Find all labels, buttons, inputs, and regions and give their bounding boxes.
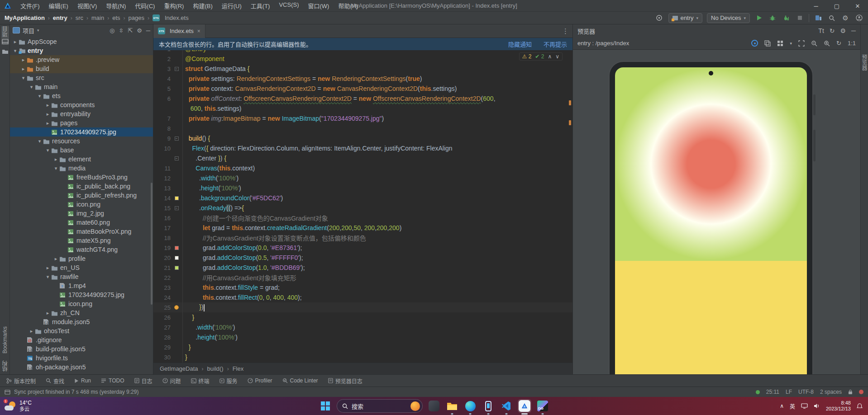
code-line-9[interactable]: 9− build() { bbox=[153, 133, 572, 143]
menu-item-4[interactable]: 代码(C) bbox=[131, 0, 159, 11]
clock-widget[interactable]: 8:48 2023/12/13 bbox=[826, 400, 851, 411]
tab-index-ets[interactable]: ETS Index.ets × bbox=[153, 24, 205, 38]
tool-window-button-日志[interactable]: 日志 bbox=[134, 377, 153, 385]
code-line-wrap[interactable]: − .Center }) { bbox=[153, 153, 572, 163]
warning-stripe-mark[interactable] bbox=[569, 100, 571, 105]
code-line-18[interactable]: 18 //为CanvasGradient对象设置渐变断点值，包括偏移和颜色 bbox=[153, 233, 572, 243]
fold-icon[interactable]: − bbox=[175, 137, 179, 141]
menu-item-9[interactable]: VCS(S) bbox=[275, 0, 303, 11]
stop-button[interactable] bbox=[795, 14, 804, 23]
tree-item-matebookprox-png[interactable]: mateBookProX.png bbox=[10, 227, 153, 236]
tree-item-en-us[interactable]: ▸en_US bbox=[10, 263, 153, 272]
tree-item--preview[interactable]: ▸.preview bbox=[10, 55, 153, 64]
tree-item-hvigorfile-ts[interactable]: TShvigorfile.ts bbox=[10, 354, 153, 363]
search-highlight-icon[interactable] bbox=[410, 401, 420, 411]
component-preview-icon[interactable] bbox=[751, 40, 758, 47]
intention-bulb-icon[interactable] bbox=[174, 305, 179, 310]
tree-item-media[interactable]: ▾media bbox=[10, 164, 153, 173]
tree-chevron-icon[interactable]: ▸ bbox=[44, 111, 51, 117]
code-line-30[interactable]: 30} bbox=[153, 352, 572, 362]
file-encoding[interactable]: UTF-8 bbox=[798, 389, 814, 395]
code-line-25[interactable]: 25 }) bbox=[153, 302, 572, 312]
target-device-icon[interactable] bbox=[655, 14, 664, 23]
previewer-settings-gear-icon[interactable]: ⚙ bbox=[840, 27, 846, 34]
tree-item-profile[interactable]: ▸profile bbox=[10, 254, 153, 263]
menu-item-8[interactable]: 工具(T) bbox=[247, 0, 274, 11]
health-indicator-icon[interactable] bbox=[756, 390, 760, 394]
breadcrumb-item-pages[interactable]: pages bbox=[129, 14, 144, 21]
color-swatch-icon[interactable] bbox=[175, 266, 179, 270]
code-editor[interactable]: 1@Entry2@Component3−struct GetImageData … bbox=[153, 50, 572, 363]
code-line-20[interactable]: 20 grad.addColorStop(0.5, '#FFFFF0'); bbox=[153, 253, 572, 263]
breadcrumb-item-ets[interactable]: ets bbox=[112, 14, 120, 21]
tree-item-icon-png[interactable]: icon.png bbox=[10, 200, 153, 209]
tree-chevron-icon[interactable]: ▾ bbox=[20, 75, 27, 81]
taskbar-app-vscode[interactable] bbox=[500, 399, 513, 413]
code-line-22[interactable]: 22 //用CanvasGradient对象填充矩形 bbox=[153, 273, 572, 283]
tree-item-1702344909275-jpg[interactable]: 1702344909275.jpg bbox=[10, 127, 153, 137]
fold-icon[interactable]: − bbox=[175, 206, 179, 210]
tree-chevron-icon[interactable]: ▸ bbox=[44, 102, 51, 108]
tree-item-1-mp4[interactable]: ?1.mp4 bbox=[10, 281, 153, 290]
zoom-out-icon[interactable] bbox=[811, 40, 817, 47]
code-line-24[interactable]: 24 this.context.fillRect(0, 0, 400, 400)… bbox=[153, 292, 572, 302]
locate-file-icon[interactable]: ◎ bbox=[110, 27, 114, 34]
code-line-23[interactable]: 23 this.context.fillStyle = grad; bbox=[153, 283, 572, 292]
hide-notification-link[interactable]: 隐藏通知 bbox=[508, 40, 532, 48]
code-line-6[interactable]: 6 private offContext: OffscreenCanvasRen… bbox=[153, 94, 572, 104]
color-swatch-icon[interactable] bbox=[175, 256, 179, 260]
tree-item-ic-public-back-png[interactable]: ic_public_back.png bbox=[10, 182, 153, 191]
folder-tool-icon[interactable] bbox=[2, 48, 9, 54]
tree-item-element[interactable]: ▸element bbox=[10, 155, 153, 164]
tree-chevron-icon[interactable]: ▾ bbox=[36, 93, 43, 99]
hide-panel-icon[interactable]: ─ bbox=[146, 27, 150, 34]
code-line-2[interactable]: 2@Component bbox=[153, 54, 572, 64]
fold-icon[interactable]: − bbox=[175, 67, 179, 71]
inspections-widget[interactable]: ⚠ 2 ✔ 2 ∧ ∨ bbox=[519, 52, 563, 61]
taskbar-app-widgets[interactable] bbox=[427, 399, 441, 413]
code-line-10[interactable]: 10 Flex({ direction: FlexDirection.Colum… bbox=[153, 143, 572, 153]
editor-breadcrumb-item[interactable]: GetImageData bbox=[160, 365, 198, 372]
device-selector[interactable]: No Devices ▾ bbox=[707, 13, 750, 23]
code-line-15[interactable]: 15− .onReady(() =>{ bbox=[153, 203, 572, 213]
tree-item-watchgt4-png[interactable]: watchGT4.png bbox=[10, 245, 153, 254]
search-everywhere-icon[interactable] bbox=[827, 14, 836, 23]
minimize-button[interactable]: ─ bbox=[806, 0, 826, 12]
tool-window-button-终端[interactable]: 终端 bbox=[191, 377, 210, 385]
tree-item-mate60-png[interactable]: mate60.png bbox=[10, 218, 153, 227]
indent-setting[interactable]: 2 spaces bbox=[820, 389, 842, 395]
taskbar-app-explorer[interactable] bbox=[445, 399, 459, 413]
network-icon[interactable] bbox=[801, 403, 808, 409]
tree-chevron-icon[interactable]: ▾ bbox=[44, 274, 51, 280]
code-line-5[interactable]: 5 private context: CanvasRenderingContex… bbox=[153, 84, 572, 94]
tree-chevron-icon[interactable]: ▸ bbox=[44, 310, 51, 316]
project-tool-button[interactable]: 项目 bbox=[1, 26, 9, 45]
tool-window-button-问题[interactable]: 问题 bbox=[162, 377, 181, 385]
fit-frame-icon[interactable] bbox=[798, 40, 805, 47]
code-line-13[interactable]: 13 .height('100%') bbox=[153, 183, 572, 193]
ime-indicator[interactable]: 英 bbox=[790, 402, 795, 410]
tree-item-ohostest[interactable]: ▸ohosTest bbox=[10, 326, 153, 335]
project-scrollbar[interactable] bbox=[151, 183, 153, 305]
taskbar-app-deveco[interactable] bbox=[518, 399, 531, 413]
collapse-all-icon[interactable]: ⇱ bbox=[128, 27, 133, 34]
tree-chevron-icon[interactable]: ▸ bbox=[20, 66, 27, 72]
taskbar-search-box[interactable]: 搜索 bbox=[337, 399, 423, 413]
bookmarks-tool-button[interactable]: Bookmarks bbox=[2, 326, 8, 354]
layers-icon[interactable] bbox=[764, 40, 771, 47]
tree-chevron-icon[interactable]: ▾ bbox=[12, 48, 19, 54]
tool-window-button-查找[interactable]: 查找 bbox=[46, 377, 64, 385]
phone-screen[interactable] bbox=[615, 67, 807, 374]
code-line-11[interactable]: 11 Canvas(this.context) bbox=[153, 163, 572, 173]
tree-item--gitignore[interactable]: .gitignore bbox=[10, 335, 153, 344]
menu-item-7[interactable]: 运行(U) bbox=[218, 0, 246, 11]
tree-item-img-2-jpg[interactable]: img_2.jpg bbox=[10, 209, 153, 218]
code-line-27[interactable]: 27 .width('100%') bbox=[153, 322, 572, 332]
menu-item-3[interactable]: 导航(N) bbox=[102, 0, 130, 11]
taskbar-app-datagrip[interactable]: DG bbox=[536, 399, 549, 413]
tree-item-resources[interactable]: ▾resources bbox=[10, 137, 153, 146]
speaker-icon[interactable] bbox=[814, 403, 820, 409]
tree-item-ets[interactable]: ▾ets bbox=[10, 91, 153, 100]
chevron-down-icon[interactable]: ▾ bbox=[37, 28, 39, 33]
tool-window-button-code-linter[interactable]: Code Linter bbox=[282, 377, 318, 384]
